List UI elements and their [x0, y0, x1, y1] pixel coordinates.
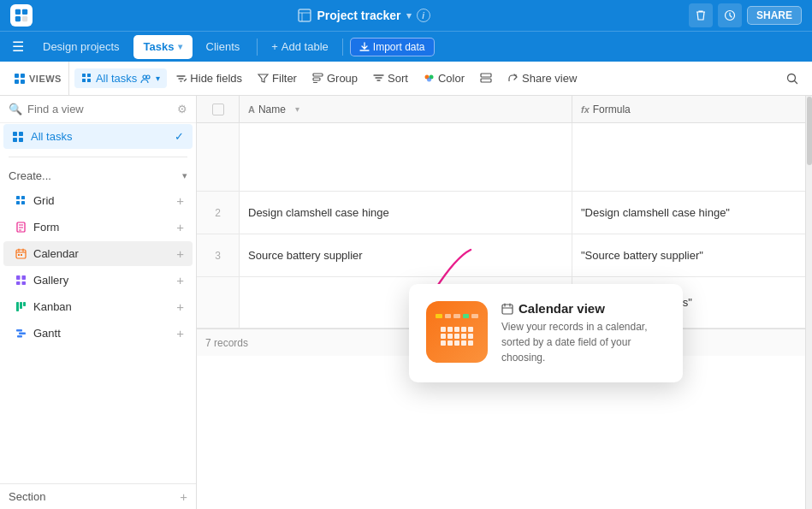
vertical-scrollbar[interactable] [805, 96, 812, 509]
svg-rect-58 [502, 305, 513, 314]
section-label: Section [9, 490, 45, 503]
strip-dot-4 [463, 314, 470, 318]
nav-divider [257, 38, 258, 56]
row-name-3[interactable]: Source battery supplier [240, 234, 572, 276]
calendar-tooltip-content: Calendar view View your records in a cal… [501, 301, 666, 365]
row-formula-1[interactable] [572, 123, 812, 191]
section-plus-icon[interactable]: + [180, 489, 187, 504]
svg-rect-54 [16, 329, 22, 332]
scrollbar-thumb[interactable] [807, 97, 812, 165]
calendar-view-tooltip: Calendar view View your records in a cal… [409, 284, 683, 382]
row-formula-2[interactable]: "Design clamshell case hinge" [572, 192, 812, 234]
nav-tab-tasks[interactable]: Tasks ▾ [133, 35, 193, 59]
gantt-create-icon [15, 328, 27, 339]
hamburger-icon[interactable]: ☰ [7, 35, 29, 58]
row-formula-3[interactable]: "Source battery supplier" [572, 234, 812, 276]
strip-dot-5 [471, 314, 478, 318]
svg-rect-14 [82, 79, 86, 82]
import-data-button[interactable]: Import data [350, 38, 435, 56]
cal-dot [461, 340, 466, 346]
grid-label: Grid [33, 194, 169, 207]
form-plus-icon[interactable]: + [176, 220, 184, 234]
svg-rect-51 [16, 302, 19, 311]
share-button[interactable]: SHARE [747, 6, 802, 25]
svg-point-16 [143, 75, 146, 79]
info-button[interactable]: i [417, 9, 430, 22]
cal-dot [468, 327, 473, 332]
svg-rect-36 [21, 201, 25, 204]
app-logo[interactable] [10, 4, 33, 27]
cal-dot [461, 327, 466, 332]
gallery-plus-icon[interactable]: + [176, 273, 184, 287]
svg-rect-19 [313, 74, 323, 76]
project-title: Project tracker [317, 9, 400, 22]
kanban-plus-icon[interactable]: + [176, 299, 184, 314]
row-height-button[interactable] [473, 66, 499, 92]
tasks-tab-caret: ▾ [178, 42, 182, 51]
nav-divider-2 [342, 38, 343, 56]
sidebar-item-grid[interactable]: Grid + [3, 188, 193, 213]
strip-dot-2 [445, 314, 452, 318]
svg-rect-31 [13, 138, 17, 142]
svg-rect-10 [15, 80, 19, 84]
gantt-label: Gantt [33, 327, 169, 340]
svg-rect-56 [17, 335, 22, 338]
sidebar-item-gantt[interactable]: Gantt + [3, 321, 193, 346]
sidebar-item-calendar[interactable]: Calendar + [3, 241, 193, 266]
find-view-input[interactable] [27, 103, 172, 115]
name-column-header[interactable]: A Name ▾ [240, 96, 572, 122]
share-view-button[interactable]: Share view [501, 68, 584, 88]
cal-dot [441, 334, 446, 339]
trash-button[interactable] [689, 3, 713, 27]
sidebar-item-form[interactable]: Form + [3, 215, 193, 240]
history-button[interactable] [718, 3, 742, 27]
row-num-2: 2 [197, 192, 240, 234]
svg-rect-13 [87, 74, 91, 77]
nav-bar: ☰ Design projects Tasks ▾ Clients + Add … [0, 31, 812, 62]
svg-rect-4 [299, 9, 311, 21]
cal-dot [454, 327, 459, 332]
grid-header: A Name ▾ fx Formula [197, 96, 812, 123]
row-name-2[interactable]: Design clamshell case hinge [240, 192, 572, 234]
form-create-icon [15, 222, 27, 233]
row-name-1[interactable] [240, 123, 572, 191]
title-caret[interactable]: ▾ [406, 10, 412, 21]
strip-dot-1 [436, 314, 442, 318]
color-icon [424, 73, 435, 84]
svg-rect-11 [21, 80, 25, 84]
grid-create-icon [15, 195, 27, 206]
table-row: 2 Design clamshell case hinge "Design cl… [197, 192, 812, 234]
svg-line-28 [795, 80, 797, 83]
filter-button[interactable]: Filter [251, 68, 304, 88]
gantt-plus-icon[interactable]: + [176, 326, 184, 340]
grid-plus-icon[interactable]: + [176, 193, 184, 208]
all-tasks-view-button[interactable]: All tasks ▾ [74, 68, 167, 88]
row-num-1 [197, 123, 240, 191]
color-button[interactable]: Color [417, 68, 471, 88]
grid-area: A Name ▾ fx Formula 2 Design clamshell c… [197, 96, 812, 509]
settings-icon[interactable]: ⚙ [177, 103, 187, 115]
formula-column-header[interactable]: fx Formula [572, 96, 812, 122]
nav-tab-clients[interactable]: Clients [196, 35, 251, 59]
cal-dot [468, 334, 473, 339]
header-checkbox[interactable] [212, 104, 224, 115]
sidebar-search-bar: 🔍 ⚙ [0, 96, 196, 123]
group-button[interactable]: Group [305, 68, 365, 88]
nav-tab-design-projects[interactable]: Design projects [33, 35, 130, 59]
sidebar-item-all-tasks[interactable]: All tasks ✓ [3, 124, 193, 149]
search-button[interactable] [779, 66, 805, 92]
sidebar-item-gallery[interactable]: Gallery + [3, 268, 193, 293]
calendar-plus-icon[interactable]: + [176, 246, 184, 261]
section-row: Section + [0, 483, 196, 509]
calendar-label: Calendar [33, 247, 169, 260]
sort-button[interactable]: Sort [366, 68, 415, 88]
all-tasks-caret: ▾ [156, 74, 160, 83]
all-tasks-label: All tasks [31, 130, 168, 143]
expand-col-icon[interactable]: ▾ [289, 104, 306, 114]
svg-rect-25 [481, 74, 491, 77]
sidebar-item-kanban[interactable]: Kanban + [3, 294, 193, 319]
views-section: VIEWS [7, 62, 69, 96]
add-table-button[interactable]: + Add table [264, 37, 335, 56]
hide-fields-button[interactable]: Hide fields [169, 68, 249, 88]
create-section[interactable]: Create... ▾ [0, 164, 196, 187]
